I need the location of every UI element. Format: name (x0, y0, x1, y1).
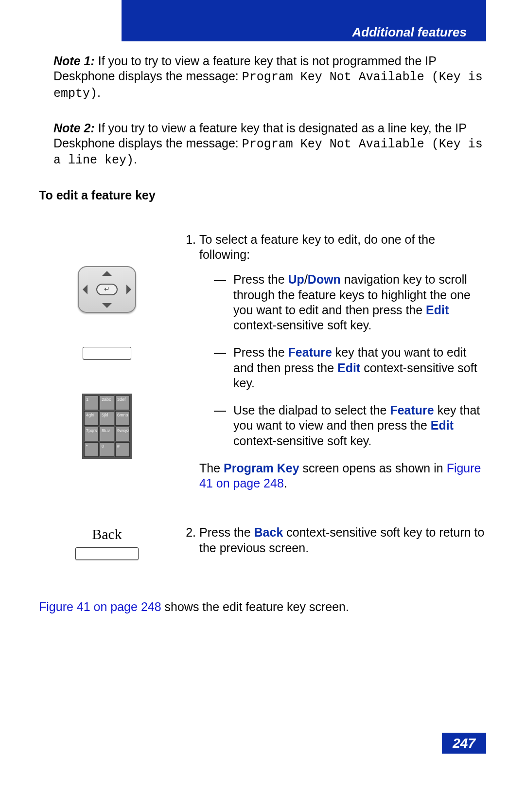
dialpad-key: * (84, 442, 99, 457)
note-2-label: Note 2: (53, 121, 95, 135)
back-softkey-label: Back (92, 525, 122, 543)
steps-list: To select a feature key to edit, do one … (175, 232, 486, 491)
step-1b: Press the Feature key that you want to e… (214, 345, 486, 391)
step-1: To select a feature key to edit, do one … (199, 232, 486, 491)
keyword-feature: Feature (288, 345, 332, 359)
step-1-lead: To select a feature key to edit, do one … (199, 233, 435, 261)
step-2: Press the Back context-sensitive soft ke… (199, 525, 486, 556)
arrow-right-icon (126, 285, 131, 294)
footer-sentence: Figure 41 on page 248 shows the edit fea… (39, 599, 486, 614)
steps-list-cont: Press the Back context-sensitive soft ke… (175, 525, 486, 556)
page-header-title: Additional features (352, 24, 467, 40)
keyword-edit: Edit (426, 303, 449, 317)
step-1-sublist: Press the Up/Down navigation key to scro… (199, 272, 486, 449)
section-title: To edit a feature key (39, 188, 486, 203)
back-softkey-icon (75, 547, 139, 560)
dialpad-key: 3def (115, 396, 130, 410)
header-band: Additional features (122, 0, 486, 41)
keyword-up: Up (288, 272, 304, 286)
note-2: Note 2: If you try to view a feature key… (53, 121, 486, 168)
step-1c: Use the dialpad to select the Feature ke… (214, 403, 486, 449)
keyword-edit: Edit (337, 361, 360, 375)
note-1-text-b: . (97, 86, 101, 99)
arrow-down-icon (102, 303, 112, 308)
figure-41-link-footer[interactable]: Figure 41 on page 248 (39, 600, 161, 614)
step-1-row: ↵ 1 2abc 3def 4ghi 5jkl 6mno 7pqrs 8tuv … (39, 232, 486, 506)
dialpad-key: 0 (100, 442, 114, 457)
step-2-text: Press the Back context-sensitive soft ke… (175, 525, 486, 570)
note-1: Note 1: If you to try to view a feature … (53, 54, 486, 101)
step-1-text: To select a feature key to edit, do one … (175, 232, 486, 506)
keyword-down: Down (308, 272, 341, 286)
dialpad-key: 2abc (100, 396, 114, 410)
note-1-label: Note 1: (53, 54, 95, 68)
dialpad-key: # (115, 442, 130, 457)
keyword-program-key: Program Key (224, 461, 299, 475)
dialpad-key: 9wxyz (115, 427, 130, 441)
keyword-edit: Edit (431, 418, 454, 432)
arrow-up-icon (102, 271, 112, 276)
step-2-illustration: Back (39, 525, 175, 560)
step-1-illustrations: ↵ 1 2abc 3def 4ghi 5jkl 6mno 7pqrs 8tuv … (39, 232, 175, 459)
dialpad-icon: 1 2abc 3def 4ghi 5jkl 6mno 7pqrs 8tuv 9w… (82, 394, 132, 459)
note-2-text-b: . (134, 152, 137, 166)
step-1-result: The Program Key screen opens as shown in… (199, 461, 486, 491)
dialpad-key: 5jkl (100, 411, 114, 426)
blank-softkey-icon (83, 347, 131, 360)
dialpad-key: 7pqrs (84, 427, 99, 441)
dialpad-key: 6mno (115, 411, 130, 426)
page-number: 247 (442, 733, 486, 754)
nav-pad-icon: ↵ (78, 266, 136, 313)
back-softkey-group: Back (75, 525, 139, 560)
dialpad-key: 8tuv (100, 427, 114, 441)
enter-key-icon: ↵ (96, 284, 118, 295)
step-2-row: Back Press the Back context-sensitive so… (39, 525, 486, 570)
page-content: Note 1: If you to try to view a feature … (39, 54, 486, 614)
dialpad-key: 1 (84, 396, 99, 410)
arrow-left-icon (83, 285, 88, 294)
keyword-back: Back (254, 525, 283, 539)
step-1a: Press the Up/Down navigation key to scro… (214, 272, 486, 333)
keyword-feature: Feature (390, 403, 434, 417)
dialpad-key: 4ghi (84, 411, 99, 426)
